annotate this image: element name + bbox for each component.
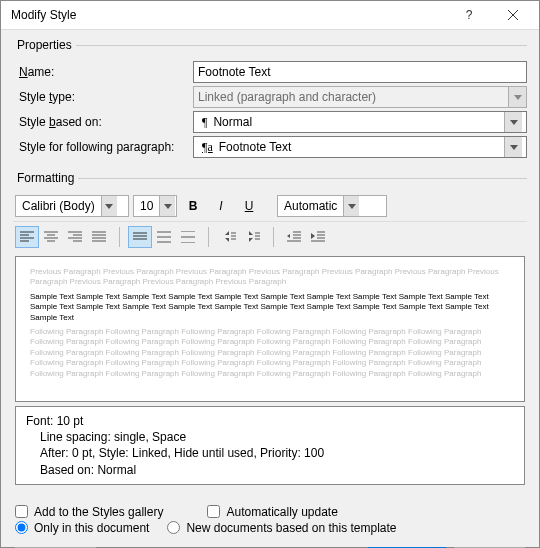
properties-legend: Properties — [13, 38, 76, 52]
svg-marker-2 — [514, 95, 522, 100]
svg-marker-3 — [510, 120, 518, 125]
line-spacing-1-icon — [133, 231, 147, 243]
name-input[interactable] — [193, 61, 527, 83]
formatting-legend: Formatting — [13, 171, 78, 185]
following-label: Style for following paragraph: — [13, 140, 193, 154]
paragraph-icon: ¶a — [202, 140, 213, 154]
underline-button[interactable]: U — [237, 195, 261, 217]
align-right-button[interactable] — [63, 226, 87, 248]
font-toolbar: Calibri (Body) 10 B I U Automatic — [13, 191, 527, 221]
following-select[interactable]: ¶aFootnote Text — [193, 136, 527, 158]
help-button[interactable]: ? — [447, 1, 491, 29]
preview-pane: Previous Paragraph Previous Paragraph Pr… — [15, 256, 525, 402]
properties-group: Properties Name: Style type: Linked (par… — [13, 38, 527, 161]
preview-following: Following Paragraph Following Paragraph … — [30, 327, 510, 379]
add-gallery-checkbox[interactable] — [15, 505, 28, 518]
space-before-inc-button[interactable] — [217, 226, 241, 248]
based-on-select[interactable]: ¶Normal — [193, 111, 527, 133]
description-box: Font: 10 pt Line spacing: single, Space … — [15, 406, 525, 485]
titlebar: Modify Style ? — [1, 1, 539, 30]
auto-update-checkbox[interactable] — [207, 505, 220, 518]
based-on-label: Style based on: — [13, 115, 193, 129]
space-before-dec-icon — [246, 231, 260, 243]
chevron-down-icon — [504, 137, 522, 157]
svg-marker-7 — [348, 204, 356, 209]
align-right-icon — [68, 231, 82, 243]
align-left-button[interactable] — [15, 226, 39, 248]
svg-marker-48 — [311, 233, 315, 239]
only-doc-radio[interactable] — [15, 521, 28, 534]
svg-marker-39 — [249, 238, 253, 242]
new-template-label: New documents based on this template — [186, 521, 396, 535]
increase-indent-button[interactable] — [306, 226, 330, 248]
font-size-select[interactable]: 10 — [133, 195, 177, 217]
italic-button[interactable]: I — [209, 195, 233, 217]
window-title: Modify Style — [11, 8, 447, 22]
chevron-down-icon — [508, 87, 526, 107]
font-name-select[interactable]: Calibri (Body) — [15, 195, 129, 217]
increase-indent-icon — [311, 231, 325, 243]
align-center-icon — [44, 231, 58, 243]
chevron-down-icon — [159, 196, 175, 216]
paragraph-icon: ¶ — [202, 115, 207, 129]
style-type-label: Style type: — [13, 90, 193, 104]
style-type-select: Linked (paragraph and character) — [193, 86, 527, 108]
bold-button[interactable]: B — [181, 195, 205, 217]
svg-marker-38 — [249, 231, 253, 235]
decrease-indent-button[interactable] — [282, 226, 306, 248]
auto-update-label: Automatically update — [226, 505, 337, 519]
svg-marker-5 — [105, 204, 113, 209]
align-justify-button[interactable] — [87, 226, 111, 248]
modify-style-dialog: Modify Style ? Properties Name: Style ty… — [0, 0, 540, 548]
spacing-1-button[interactable] — [128, 226, 152, 248]
align-left-icon — [20, 231, 34, 243]
space-before-inc-icon — [222, 231, 236, 243]
new-template-radio[interactable] — [167, 521, 180, 534]
spacing-2-button[interactable] — [176, 226, 200, 248]
preview-sample: Sample Text Sample Text Sample Text Samp… — [30, 292, 510, 323]
chevron-down-icon — [504, 112, 522, 132]
preview-previous: Previous Paragraph Previous Paragraph Pr… — [30, 267, 510, 288]
font-color-select[interactable]: Automatic — [277, 195, 387, 217]
close-icon — [508, 10, 518, 20]
svg-marker-6 — [164, 204, 172, 209]
name-label: Name: — [13, 65, 193, 79]
only-doc-label: Only in this document — [34, 521, 149, 535]
chevron-down-icon — [101, 196, 117, 216]
spacing-1-5-button[interactable] — [152, 226, 176, 248]
paragraph-toolbar — [13, 221, 527, 252]
svg-marker-33 — [225, 231, 229, 235]
line-spacing-2-icon — [181, 231, 195, 243]
svg-marker-4 — [510, 145, 518, 150]
svg-marker-43 — [287, 234, 290, 238]
formatting-group: Formatting Calibri (Body) 10 B I U Autom… — [13, 171, 527, 491]
close-button[interactable] — [491, 1, 535, 29]
svg-marker-34 — [225, 238, 229, 242]
options-group: Add to the Styles gallery Automatically … — [13, 499, 527, 541]
space-before-dec-button[interactable] — [241, 226, 265, 248]
decrease-indent-icon — [287, 231, 301, 243]
add-gallery-label: Add to the Styles gallery — [34, 505, 163, 519]
chevron-down-icon — [343, 196, 359, 216]
line-spacing-15-icon — [157, 231, 171, 243]
align-center-button[interactable] — [39, 226, 63, 248]
align-justify-icon — [92, 231, 106, 243]
